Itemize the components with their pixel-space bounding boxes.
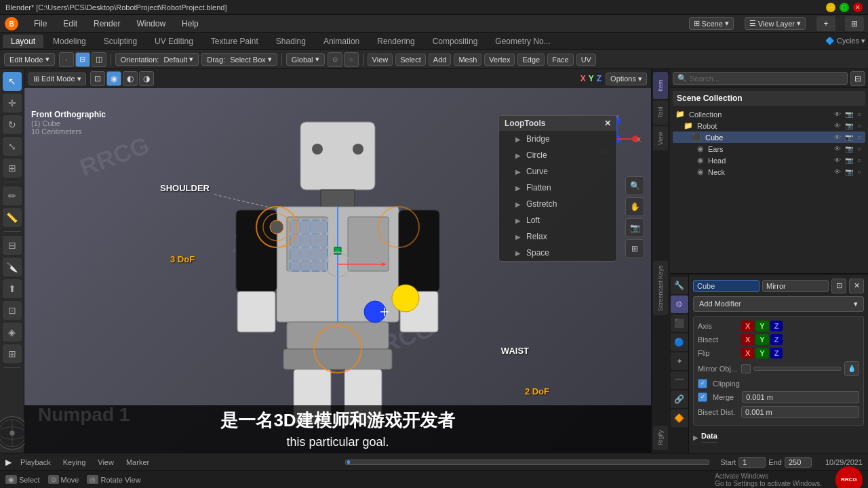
lt-circle[interactable]: ▶Circle [499,147,616,163]
clipping-checkbox[interactable]: ✓ [698,379,707,388]
mode-selector[interactable]: Edit Mode ▾ [4,53,55,66]
sc-cube[interactable]: ⬛ Cube 👁 📷 ○ [673,131,865,143]
move-tool[interactable]: ✛ [3,94,22,113]
add-btn[interactable]: Add [429,54,452,66]
add-modifier-btn[interactable]: Add Modifier ▾ [693,296,864,312]
bisect-x-btn[interactable]: X [741,334,754,345]
snap-btn[interactable]: ⊙ [328,52,342,67]
extrude-tool[interactable]: ⬆ [3,279,22,298]
viewport-scene[interactable]: RRCG 人人素材 RRCG 人人素材 Front Orthographic (… [24,88,651,453]
hand-pan-btn[interactable]: ✋ [625,197,644,216]
camera-btn[interactable]: 📷 [625,218,644,237]
camera-col-btn[interactable]: 📷 [844,121,854,130]
sc-robot[interactable]: 📁 Robot 👁 📷 ○ [673,120,865,131]
tab-rendering[interactable]: Rendering [369,35,422,48]
render-btn[interactable]: ○ [856,167,863,176]
lt-loft[interactable]: ▶Loft [499,212,616,228]
menu-render[interactable]: Render [90,18,124,30]
mirror-obj-field[interactable] [753,367,842,371]
mirror-name-field[interactable]: Mirror [762,280,829,292]
sc-collection[interactable]: 📁 Collection 👁 📷 ○ [673,108,865,120]
view-layer-selector[interactable]: ☰ View Layer ▾ [745,17,806,30]
tab-modeling[interactable]: Modeling [45,35,94,48]
minimize-button[interactable]: ─ [826,3,835,12]
item-tab[interactable]: Item [653,72,668,99]
zoom-in-btn[interactable]: 🔍 [625,176,644,195]
flip-x-btn[interactable]: X [741,348,754,359]
lt-gstretch[interactable]: ▶Gstretch [499,196,616,212]
eye-btn[interactable]: 👁 [833,110,842,119]
object-props-tab[interactable]: 🔶 [671,409,688,427]
proportional-btn[interactable]: ○ [344,52,359,67]
modifier-menu-btn[interactable]: ⊡ [831,279,846,293]
view-options-button[interactable]: ⊞ [845,16,864,31]
face-select-btn[interactable]: ◫ [92,52,106,67]
cube-name-field[interactable]: Cube [693,280,760,292]
maximize-button[interactable]: □ [840,3,849,12]
menu-file[interactable]: File [30,18,51,30]
marker-menu[interactable]: Marker [123,457,153,468]
rendered-shading-btn[interactable]: ◑ [139,71,154,86]
eye-btn[interactable]: 👁 [833,133,842,142]
eye-btn[interactable]: 👁 [833,121,842,130]
modifier-close-btn[interactable]: ✕ [849,279,864,293]
wireframe-shading-btn[interactable]: ⊡ [90,71,105,86]
camera-col-btn[interactable]: 📷 [844,156,854,165]
annotate-tool[interactable]: ✏ [3,186,22,205]
material-tab[interactable]: 🔵 [671,333,688,351]
tab-compositing[interactable]: Compositing [425,35,486,48]
merge-checkbox[interactable]: ✓ [698,392,707,402]
render-btn[interactable]: ○ [856,133,863,142]
screencast-tab[interactable]: Screencast Keys [653,261,668,315]
menu-help[interactable]: Help [178,18,203,30]
cursor-tool[interactable]: ↖ [3,72,22,91]
material-shading-btn[interactable]: ◐ [123,71,138,86]
connect-tool[interactable]: ⊞ [3,344,22,363]
uv-btn[interactable]: UV [576,54,596,66]
particles-tab[interactable]: ✦ [671,352,688,370]
lt-relax[interactable]: ▶Relax [499,228,616,245]
tab-texture-paint[interactable]: Texture Paint [203,35,267,48]
drag-selector[interactable]: Drag: Select Box ▾ [201,53,277,66]
render-btn[interactable]: ○ [856,144,863,153]
lt-flatten[interactable]: ▶Flatten [499,180,616,196]
merge-field[interactable]: 0.001 m [742,391,859,403]
constraints-tab[interactable]: 🔗 [671,390,688,408]
bevel-tool[interactable]: ◈ [3,323,22,342]
view-menu[interactable]: View [94,457,117,468]
lt-curve[interactable]: ▶Curve [499,163,616,180]
options-menu[interactable]: Options ▾ [606,73,647,85]
edge-select-btn[interactable]: ⊟ [75,52,90,67]
inset-tool[interactable]: ⊡ [3,301,22,320]
sc-ears[interactable]: ◉ Ears 👁 📷 ○ [673,143,865,155]
eye-btn[interactable]: 👁 [833,156,842,165]
tab-uv-editing[interactable]: UV Editing [146,35,201,48]
keying-menu[interactable]: Keying [60,457,90,468]
menu-window[interactable]: Window [132,18,170,30]
measure-tool[interactable]: 📏 [3,208,22,227]
eyedropper-btn[interactable]: 💧 [844,361,859,376]
scale-tool[interactable]: ⤡ [3,137,22,156]
menu-edit[interactable]: Edit [59,18,81,30]
camera-col-btn[interactable]: 📷 [844,133,854,142]
looptools-header[interactable]: LoopTools ✕ [499,116,616,131]
looptools-collapse-btn[interactable]: ✕ [604,119,611,128]
render-btn[interactable]: ○ [856,110,863,119]
lt-space[interactable]: ▶Space [499,245,616,261]
scene-props-tab[interactable]: 🔧 [671,277,688,294]
eye-btn[interactable]: 👁 [833,167,842,176]
flip-z-btn[interactable]: Z [770,348,783,359]
transform-selector[interactable]: Global ▾ [286,53,325,66]
grid-btn[interactable]: ⊞ [625,239,644,258]
start-frame-input[interactable] [738,457,766,468]
solid-shading-btn[interactable]: ◉ [106,71,121,86]
timeline-scrubber[interactable] [345,460,709,465]
face-btn[interactable]: Face [547,54,573,66]
sc-neck[interactable]: ◉ Neck 👁 📷 ○ [673,166,865,178]
layout-add-button[interactable]: + [816,16,835,31]
view-btn[interactable]: View [368,54,393,66]
playback-menu[interactable]: Playback [17,457,54,468]
knife-tool[interactable]: 🔪 [3,258,22,277]
tab-layout[interactable]: Layout [3,35,43,48]
tool-tab[interactable]: Tool [653,100,668,125]
